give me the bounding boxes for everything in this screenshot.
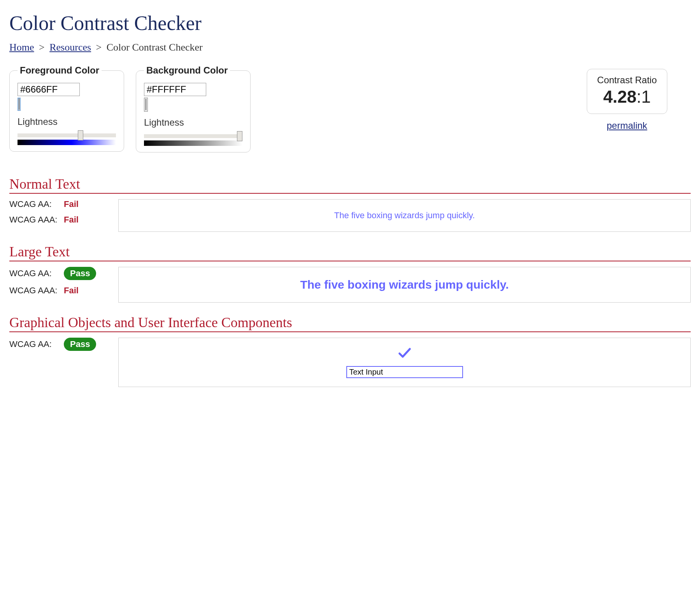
background-lightness-label: Lightness: [144, 117, 242, 128]
breadcrumb: Home > Resources > Color Contrast Checke…: [9, 42, 691, 53]
background-hex-input[interactable]: [144, 83, 206, 96]
checkmark-icon: [397, 345, 412, 363]
background-gradient: [144, 140, 242, 146]
background-swatch-button[interactable]: [144, 98, 148, 112]
foreground-legend: Foreground Color: [18, 65, 102, 76]
background-fieldset: Background Color Lightness: [136, 65, 251, 152]
foreground-lightness-label: Lightness: [18, 116, 116, 127]
foreground-swatch: [19, 98, 19, 110]
normal-aa-label: WCAG AA:: [9, 199, 64, 209]
foreground-fieldset: Foreground Color Lightness: [9, 65, 124, 152]
normal-sample-text[interactable]: The five boxing wizards jump quickly.: [334, 210, 475, 221]
large-text-heading: Large Text: [9, 244, 691, 261]
large-aa-label: WCAG AA:: [9, 268, 64, 279]
ui-aa-label: WCAG AA:: [9, 339, 64, 349]
large-aaa-label: WCAG AAA:: [9, 286, 64, 296]
background-swatch: [146, 99, 146, 110]
foreground-hex-input[interactable]: [18, 83, 80, 96]
contrast-ratio-value: 4.28:1: [597, 87, 657, 107]
page-title: Color Contrast Checker: [9, 12, 691, 35]
breadcrumb-resources[interactable]: Resources: [49, 42, 91, 53]
ui-components-heading: Graphical Objects and User Interface Com…: [9, 314, 691, 332]
breadcrumb-sep: >: [94, 42, 104, 53]
foreground-lightness-slider[interactable]: [18, 133, 116, 137]
ui-sample-box: [118, 338, 691, 387]
permalink-link[interactable]: permalink: [607, 120, 647, 131]
large-sample-text[interactable]: The five boxing wizards jump quickly.: [300, 278, 509, 291]
breadcrumb-home[interactable]: Home: [9, 42, 34, 53]
breadcrumb-sep: >: [37, 42, 47, 53]
large-aaa-result: Fail: [64, 286, 79, 296]
background-legend: Background Color: [144, 65, 230, 76]
foreground-gradient: [18, 140, 116, 145]
contrast-ratio-box: Contrast Ratio 4.28:1: [587, 69, 667, 114]
normal-sample-box[interactable]: The five boxing wizards jump quickly.: [118, 199, 691, 232]
background-lightness-slider[interactable]: [144, 134, 242, 138]
normal-aaa-result: Fail: [64, 215, 79, 225]
breadcrumb-current: Color Contrast Checker: [107, 42, 203, 53]
normal-text-heading: Normal Text: [9, 176, 691, 194]
ui-aa-result: Pass: [64, 338, 96, 351]
normal-aaa-label: WCAG AAA:: [9, 215, 64, 225]
large-sample-box[interactable]: The five boxing wizards jump quickly.: [118, 267, 691, 303]
contrast-ratio-title: Contrast Ratio: [597, 75, 657, 86]
ui-demo-input[interactable]: [346, 366, 463, 378]
normal-aa-result: Fail: [64, 199, 79, 209]
foreground-swatch-button[interactable]: [18, 98, 21, 111]
large-aa-result: Pass: [64, 267, 96, 280]
